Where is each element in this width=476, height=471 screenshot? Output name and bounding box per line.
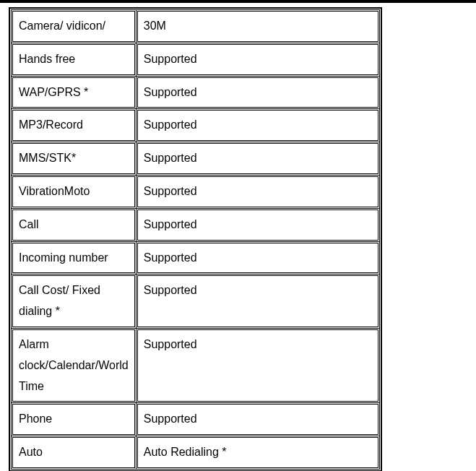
spec-label: VibrationMoto — [12, 176, 135, 207]
table-row: Call Cost/ Fixed dialing * Supported — [12, 275, 378, 327]
spec-value: Supported — [137, 329, 378, 402]
table-row: MP3/Record Supported — [12, 110, 378, 141]
spec-value: Supported — [137, 143, 378, 174]
spec-value: Supported — [137, 176, 378, 207]
spec-value: Supported — [137, 77, 378, 108]
table-row: Phone Supported — [12, 404, 378, 435]
spec-label: Call — [12, 209, 135, 241]
spec-label: Camera/ vidicon/ — [12, 11, 135, 42]
spec-value: Supported — [137, 243, 378, 274]
spec-value: Supported — [137, 110, 378, 141]
spec-value: Supported — [137, 44, 378, 75]
spec-label: MP3/Record — [12, 110, 135, 141]
spec-label: Alarm clock/Calendar/World Time — [12, 329, 135, 402]
spec-label: Phone — [12, 404, 135, 435]
spec-value: Auto Redialing * — [137, 437, 378, 468]
table-row: VibrationMoto Supported — [12, 176, 378, 207]
table-row: Camera/ vidicon/ 30M — [12, 11, 378, 42]
spec-label: Incoming number — [12, 243, 135, 274]
table-row: Call Supported — [12, 209, 378, 241]
spec-value: Supported — [137, 404, 378, 435]
spec-label: Call Cost/ Fixed dialing * — [12, 275, 135, 327]
spec-value: Supported — [137, 209, 378, 241]
spec-table-container: Camera/ vidicon/ 30M Hands free Supporte… — [0, 3, 391, 471]
spec-value: 30M — [137, 11, 378, 42]
spec-value: Supported — [137, 275, 378, 327]
table-row: Alarm clock/Calendar/World Time Supporte… — [12, 329, 378, 402]
spec-label: Auto — [12, 437, 135, 468]
table-row: Auto Auto Redialing * — [12, 437, 378, 468]
spec-label: MMS/STK* — [12, 143, 135, 174]
table-row: WAP/GPRS * Supported — [12, 77, 378, 108]
table-row: Incoming number Supported — [12, 243, 378, 274]
spec-label: WAP/GPRS * — [12, 77, 135, 108]
spec-table: Camera/ vidicon/ 30M Hands free Supporte… — [9, 7, 382, 471]
table-row: Hands free Supported — [12, 44, 378, 75]
table-row: MMS/STK* Supported — [12, 143, 378, 174]
spec-label: Hands free — [12, 44, 135, 75]
